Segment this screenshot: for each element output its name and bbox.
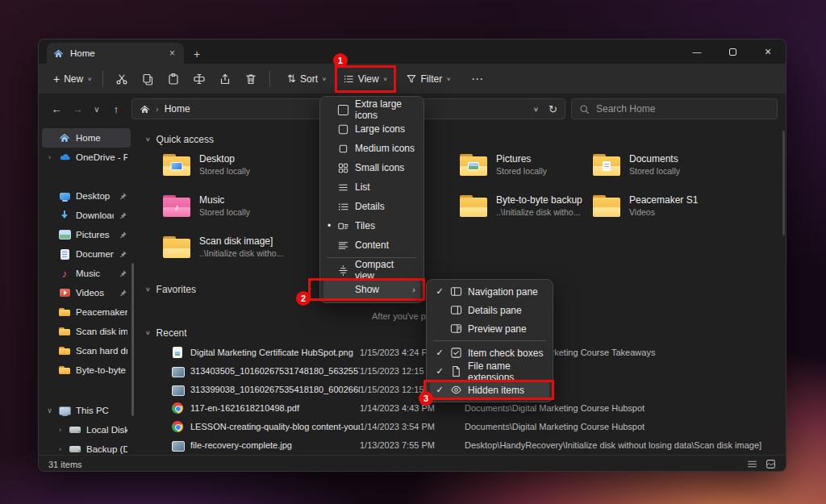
titlebar[interactable]: Home × + — × <box>39 40 786 64</box>
menu-item-content[interactable]: Content <box>323 235 420 255</box>
sidebar-item-label: OneDrive - Perso <box>76 152 127 162</box>
submenu-item-navigation-pane[interactable]: ✓ Navigation pane <box>430 282 549 301</box>
section-header-favorites[interactable]: ∨ Favorites <box>145 284 196 295</box>
sidebar-item-peacemaker[interactable]: Peacemaker S1 <box>42 302 131 322</box>
menu-item-tiles[interactable]: • Tiles <box>323 216 420 235</box>
menu-item-medium-icons[interactable]: Medium icons <box>323 139 420 158</box>
checkmark-icon: ✓ <box>435 286 444 297</box>
sidebar-item-this-pc[interactable]: ∨ This PC <box>42 401 131 420</box>
sidebar-item-home[interactable]: Home <box>42 128 131 148</box>
folder-icon-pictures <box>460 154 487 176</box>
sidebar-item-scan-disk-image[interactable]: Scan disk image <box>42 322 131 341</box>
sidebar-item-backup-d[interactable]: › Backup (D:) <box>42 439 131 459</box>
desktop-icon <box>58 190 71 202</box>
navigation-pane-icon <box>450 285 462 298</box>
sidebar-item-videos[interactable]: Videos <box>42 283 131 302</box>
paste-button[interactable] <box>161 68 186 90</box>
quick-access-tile-music[interactable]: ♪ MusicStored locally <box>163 190 296 222</box>
medium-icons-icon <box>337 143 349 155</box>
sidebar-item-pictures[interactable]: Pictures <box>42 225 131 244</box>
this-pc-icon <box>58 404 71 417</box>
cut-button[interactable] <box>110 68 134 90</box>
submenu-item-details-pane[interactable]: Details pane <box>430 301 549 319</box>
forward-button[interactable]: → <box>68 98 87 119</box>
maximize-button[interactable] <box>715 40 750 64</box>
filter-button[interactable]: Filter ∨ <box>401 68 457 90</box>
file-date: 1/13/2023 7:55 PM <box>360 440 465 450</box>
submenu-item-preview-pane[interactable]: Preview pane <box>430 319 549 338</box>
toolbar-separator <box>269 71 270 87</box>
sidebar-item-local-disk-c[interactable]: › Local Disk (C:) <box>42 420 131 439</box>
menu-item-label: Medium icons <box>355 143 415 154</box>
back-button[interactable]: ← <box>47 98 66 119</box>
menu-item-compact-view[interactable]: Compact view <box>323 260 420 280</box>
refresh-icon[interactable]: ↻ <box>549 103 557 115</box>
quick-access-tile-desktop[interactable]: DesktopStored locally <box>163 148 296 181</box>
more-options-button[interactable]: ⋯ <box>465 68 490 90</box>
sidebar-item-downloads[interactable]: Downloads <box>42 206 131 225</box>
sidebar-item-label: Backup (D:) <box>86 444 127 454</box>
sort-button[interactable]: ⇅ Sort ∨ <box>282 68 332 90</box>
address-dropdown-icon[interactable]: ∨ <box>533 106 539 113</box>
tile-subtitle: Stored locally <box>496 166 547 176</box>
sort-button-label: Sort <box>300 73 318 85</box>
menu-item-list[interactable]: List <box>323 177 420 197</box>
tab-close-icon[interactable]: × <box>167 48 177 59</box>
chevron-right-icon[interactable]: › <box>56 445 64 453</box>
chevron-down-icon: ∨ <box>145 330 151 336</box>
delete-button[interactable] <box>239 68 263 90</box>
sidebar-item-scan-hard-drive[interactable]: Scan hard drive <box>42 341 131 360</box>
share-button[interactable] <box>213 68 237 90</box>
section-header-quick-access[interactable]: ∨ Quick access <box>145 134 214 145</box>
sidebar-item-label: Scan disk image <box>76 327 127 336</box>
recent-locations-button[interactable]: ∨ <box>89 98 105 119</box>
folder-icon <box>58 364 71 377</box>
rename-icon <box>193 73 206 85</box>
search-box[interactable]: Search Home <box>571 98 778 119</box>
sidebar-item-byte-to-byte[interactable]: Byte-to-byte ba... <box>42 360 131 380</box>
section-header-recent[interactable]: ∨ Recent <box>145 327 187 339</box>
explorer-tab-home[interactable]: Home × <box>47 43 184 64</box>
content-scrollbar[interactable] <box>782 131 785 235</box>
view-button[interactable]: View ∨ 1 <box>338 68 393 90</box>
chevron-right-icon[interactable]: › <box>56 426 64 434</box>
quick-access-tile-byte-backup[interactable]: Byte-to-byte backup..\Initialize disk wi… <box>460 190 593 222</box>
thumbnail-view-toggle-icon[interactable] <box>766 459 776 469</box>
minimize-button[interactable]: — <box>679 40 715 64</box>
quick-access-tile-scan-disk-image[interactable]: Scan disk image]..\Initialize disk witho… <box>163 231 296 263</box>
sidebar-item-documents[interactable]: Documents <box>42 244 131 264</box>
breadcrumb-home[interactable]: Home <box>165 103 190 115</box>
details-view-toggle-icon[interactable] <box>747 459 757 469</box>
quick-access-tile-peacemaker[interactable]: Peacemaker S1Videos <box>593 190 726 222</box>
menu-item-show[interactable]: Show › 2 <box>323 280 420 299</box>
sidebar-item-onedrive[interactable]: › OneDrive - Perso <box>42 148 131 167</box>
recent-file-row[interactable]: file-recovery-complete.jpg 1/13/2023 7:5… <box>171 435 781 454</box>
quick-access-tile-documents[interactable]: DocumentsStored locally <box>593 148 726 181</box>
sidebar-item-desktop[interactable]: Desktop <box>42 186 131 206</box>
menu-item-small-icons[interactable]: Small icons <box>323 158 420 177</box>
up-button[interactable]: ↑ <box>106 98 126 119</box>
sidebar-item-label: Videos <box>76 288 114 298</box>
rename-button[interactable] <box>187 68 211 90</box>
menu-item-extra-large-icons[interactable]: Extra large icons <box>323 100 420 119</box>
submenu-item-file-name-extensions[interactable]: ✓ File name extensions <box>430 362 549 381</box>
chevron-down-icon[interactable]: ∨ <box>46 406 53 414</box>
menu-item-details[interactable]: Details <box>323 197 420 216</box>
status-bar: 31 items <box>39 455 786 472</box>
close-button[interactable]: × <box>750 40 786 64</box>
copy-button[interactable] <box>136 68 160 90</box>
recent-file-row[interactable]: LESSON-creating-quality-blog content-you… <box>171 417 781 435</box>
sidebar-item-music[interactable]: Music <box>42 264 131 283</box>
submenu-item-label: File name extensions <box>468 360 544 383</box>
copy-icon <box>141 73 154 85</box>
submenu-item-hidden-items[interactable]: ✓ Hidden items 3 <box>430 381 549 399</box>
chevron-right-icon[interactable]: › <box>46 153 53 161</box>
menu-item-large-icons[interactable]: Large icons <box>323 119 420 139</box>
tile-subtitle: Stored locally <box>199 207 250 217</box>
new-button[interactable]: + New ∨ <box>48 68 97 90</box>
file-name: 313399038_10160267535418180_600266812738… <box>190 385 360 394</box>
folder-icon-desktop <box>163 154 190 176</box>
new-tab-button[interactable]: + <box>194 48 200 60</box>
quick-access-tile-pictures[interactable]: PicturesStored locally <box>460 148 593 181</box>
trash-icon <box>244 73 257 85</box>
